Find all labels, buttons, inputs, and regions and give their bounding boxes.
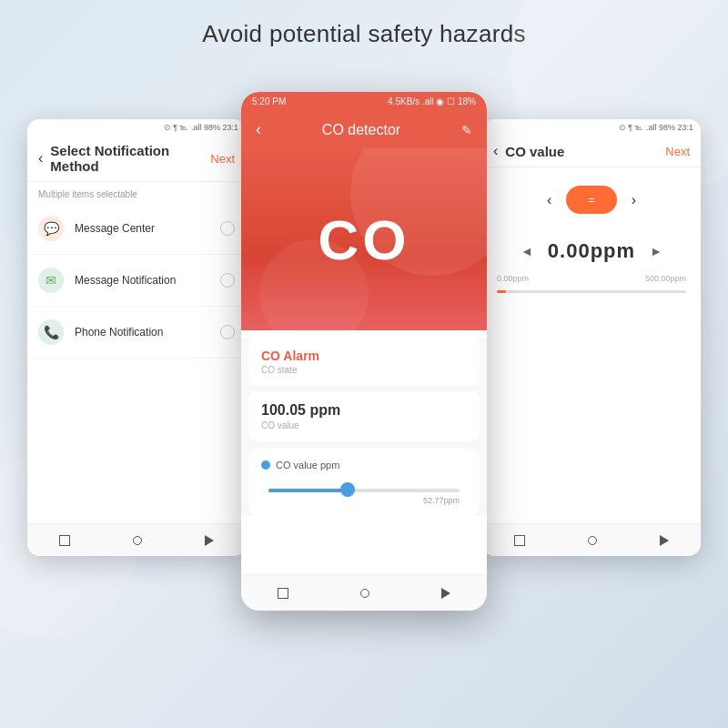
center-nav-square-icon[interactable] xyxy=(278,588,288,599)
slider-ppm-label: 52.77ppm xyxy=(261,496,460,505)
phone-notification-radio[interactable] xyxy=(220,325,235,339)
right-header-title: CO value xyxy=(505,144,665,159)
left-bottom-nav xyxy=(27,523,246,556)
message-center-radio[interactable] xyxy=(220,221,235,236)
value-display-btn[interactable]: = xyxy=(566,186,617,214)
center-status-info: 4.5KB/s .all ◉ ☐ 18% xyxy=(388,96,476,106)
slider-label-text: CO value ppm xyxy=(276,460,339,470)
range-track[interactable] xyxy=(497,290,686,293)
range-labels: 0.00ppm 500.00ppm xyxy=(482,270,701,287)
center-back-icon[interactable]: ‹ xyxy=(256,120,261,139)
right-nav-square-icon[interactable] xyxy=(514,535,525,546)
left-nav-circle-icon[interactable] xyxy=(133,536,142,545)
co-value-card: 100.05 ppm CO value xyxy=(248,391,480,441)
right-bottom-nav xyxy=(482,523,701,556)
right-back-icon[interactable]: ‹ xyxy=(493,143,498,159)
co-value-sub: CO value xyxy=(261,420,467,430)
right-nav-triangle-icon[interactable] xyxy=(660,535,669,546)
right-status-text: ⊙ ¶ ℡ .all 98% 23:1 xyxy=(619,123,693,132)
notification-item-message-notification[interactable]: ✉ Message Notification xyxy=(27,255,246,307)
value-right-arrow[interactable]: › xyxy=(632,192,636,208)
phone-notification-icon: 📞 xyxy=(38,319,64,345)
message-center-label: Message Center xyxy=(75,222,220,235)
phone-left: ⊙ ¶ ℡ .all 98% 23:1 ‹ Select Notificatio… xyxy=(27,119,246,556)
message-notification-icon: ✉ xyxy=(38,268,64,293)
co-data-section: CO Alarm CO state 100.05 ppm CO value CO… xyxy=(241,338,487,516)
message-center-icon: 💬 xyxy=(38,216,64,241)
range-min-label: 0.00ppm xyxy=(497,274,529,283)
co-slider-card: CO value ppm 52.77ppm xyxy=(248,449,480,516)
left-back-icon[interactable]: ‹ xyxy=(38,150,43,167)
co-value-text: 100.05 ppm xyxy=(261,402,467,419)
center-status-bar: 5:20 PM 4.5KB/s .all ◉ ☐ 18% xyxy=(241,92,487,111)
left-header-title: Select Notification Method xyxy=(50,143,210,174)
right-header: ‹ CO value Next xyxy=(482,136,701,167)
value-selector: ‹ = › xyxy=(482,167,701,232)
co-alarm-card: CO Alarm CO state xyxy=(248,338,480,386)
ppm-value-display: 0.00ppm xyxy=(548,239,635,263)
co-alarm-sub: CO state xyxy=(261,365,467,375)
right-next-button[interactable]: Next xyxy=(665,145,690,158)
left-nav-triangle-icon[interactable] xyxy=(205,535,214,546)
phone-center: 5:20 PM 4.5KB/s .all ◉ ☐ 18% ‹ CO detect… xyxy=(241,92,487,611)
left-next-button[interactable]: Next xyxy=(210,152,235,166)
ppm-left-arrow[interactable]: ◄ xyxy=(521,244,533,258)
left-subtitle: Multiple items selectable xyxy=(27,182,246,203)
co-slider-track[interactable] xyxy=(268,489,460,492)
center-bottom-nav xyxy=(241,574,487,611)
co-slider-label: CO value ppm xyxy=(261,460,467,470)
value-left-arrow[interactable]: ‹ xyxy=(547,192,551,208)
center-nav-circle-icon[interactable] xyxy=(360,589,369,598)
right-status-bar: ⊙ ¶ ℡ .all 98% 23:1 xyxy=(482,119,701,136)
left-header: ‹ Select Notification Method Next xyxy=(27,136,246,182)
phone-right: ⊙ ¶ ℡ .all 98% 23:1 ‹ CO value Next ‹ = … xyxy=(482,119,701,556)
co-main-label: CO xyxy=(318,207,410,272)
ppm-value-row: ◄ 0.00ppm ► xyxy=(482,232,701,270)
range-filled xyxy=(497,290,506,293)
notification-item-phone[interactable]: 📞 Phone Notification xyxy=(27,307,246,359)
right-nav-circle-icon[interactable] xyxy=(588,536,597,545)
slider-thumb[interactable] xyxy=(340,482,355,497)
message-notification-label: Message Notification xyxy=(75,274,220,287)
center-edit-icon[interactable]: ✎ xyxy=(461,123,472,137)
co-alarm-label: CO Alarm xyxy=(261,349,467,363)
center-nav-triangle-icon[interactable] xyxy=(441,588,450,599)
range-max-label: 500.00ppm xyxy=(645,274,686,283)
center-status-time: 5:20 PM xyxy=(252,96,286,106)
notification-item-message-center[interactable]: 💬 Message Center xyxy=(27,203,246,255)
phones-container: ⊙ ¶ ℡ .all 98% 23:1 ‹ Select Notificatio… xyxy=(0,83,728,665)
phone-notification-label: Phone Notification xyxy=(75,326,220,339)
co-display: CO xyxy=(241,148,487,330)
slider-dot-icon xyxy=(261,460,270,470)
ppm-right-arrow[interactable]: ► xyxy=(650,244,662,258)
left-status-text: ⊙ ¶ ℡ .all 98% 23:1 xyxy=(164,123,238,132)
left-status-bar: ⊙ ¶ ℡ .all 98% 23:1 xyxy=(27,119,246,136)
left-nav-square-icon[interactable] xyxy=(59,535,70,546)
message-notification-radio[interactable] xyxy=(220,273,235,288)
center-header-title: CO detector xyxy=(322,122,400,138)
center-header: ‹ CO detector ✎ xyxy=(241,111,487,148)
